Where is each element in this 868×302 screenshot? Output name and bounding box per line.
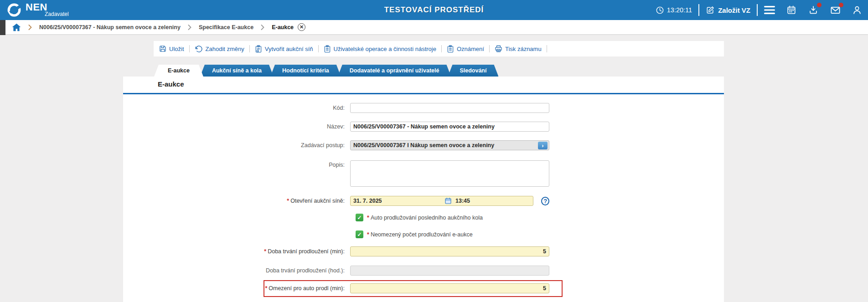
section-title: E-aukce — [158, 80, 184, 88]
edit-icon — [706, 5, 715, 15]
form-row-kod: Kód: — [123, 103, 724, 113]
home-icon — [12, 23, 21, 31]
clock-icon — [656, 6, 664, 15]
tab-e-aukce[interactable]: E-aukce — [154, 65, 203, 77]
otevreni-label: *Otevření aukční síně: — [123, 198, 350, 204]
breadcrumb-chevron-icon — [28, 25, 32, 30]
e-aukce-form-panel: E-aukce Kód: Název: Zadávací postup: N00… — [123, 77, 724, 302]
breadcrumb-item-current: E-aukce — [272, 24, 294, 31]
undo-icon — [195, 45, 203, 52]
form-row-nazev: Název: — [123, 122, 724, 132]
help-icon[interactable]: ? — [541, 197, 549, 205]
save-label: Uložit — [169, 46, 184, 52]
tab-hodnotici-kriteria[interactable]: Hodnotící kritéria — [270, 65, 341, 77]
calendar-button[interactable] — [786, 5, 797, 15]
otevreni-time-value[interactable]: 13:45 — [455, 198, 470, 204]
form-row-zadavaci-postup: Zadávací postup: N006/25/V00007367 I Nák… — [123, 140, 724, 150]
discard-changes-button[interactable]: Zahodit změny — [195, 45, 244, 52]
clipboard-gear-icon — [255, 45, 262, 53]
brand-name: NEN — [26, 1, 47, 13]
datepicker-calendar-icon[interactable] — [444, 197, 452, 205]
form-row-doba-min: *Doba trvání prodloužení (min): — [123, 246, 724, 256]
topbar-separator — [698, 4, 699, 16]
breadcrumb: N006/25/V00007367 - Nákup semen ovoce a … — [0, 20, 868, 34]
toolbar-separator — [249, 45, 250, 52]
user-profile-button[interactable] — [852, 5, 863, 15]
save-button[interactable]: Uložit — [159, 45, 184, 52]
section-title-underline — [123, 93, 724, 94]
breadcrumb-chevron-icon — [261, 25, 264, 30]
record-toolbar: Uložit Zahodit změny Vytvořit — [154, 41, 724, 56]
form-row-otevreni: *Otevření aukční síně: 31. 7. 2025 13:45 — [123, 196, 724, 206]
create-vz-button[interactable]: Založit VZ — [706, 5, 750, 15]
toolbar-separator — [441, 45, 442, 52]
notifications-label: Oznámení — [457, 46, 484, 52]
hamburger-icon — [764, 6, 775, 14]
downloads-button[interactable] — [808, 5, 819, 15]
auto-prodluzovani-checkbox[interactable]: ✓ — [356, 214, 363, 221]
breadcrumb-chevron-icon — [188, 25, 191, 30]
doba-hod-label: Doba trvání prodloužení (hod.): — [123, 267, 350, 274]
notifications-button[interactable]: Oznámení — [447, 45, 484, 53]
tab-aukcni-sine-a-kola[interactable]: Aukční síně a kola — [200, 65, 274, 77]
zadavaci-postup-value: N006/25/V00007367 I Nákup semen ovoce a … — [353, 142, 538, 148]
create-auction-hall-button[interactable]: Vytvořit aukční síň — [255, 45, 313, 53]
breadcrumb-item-procedure[interactable]: N006/25/V00007367 - Nákup semen ovoce a … — [39, 24, 181, 31]
otevreni-datetime-field[interactable]: 31. 7. 2025 13:45 — [350, 196, 533, 206]
close-icon[interactable]: ✕ — [298, 23, 305, 31]
required-asterisk: * — [264, 248, 266, 255]
clipboard-icon — [324, 45, 331, 53]
open-detail-chevron-icon[interactable]: › — [538, 142, 548, 149]
clock: 13:20:11 — [656, 6, 692, 15]
left-edge-strip — [0, 20, 5, 35]
zadavaci-postup-label: Zadávací postup: — [123, 142, 350, 148]
download-notification-badge — [817, 3, 822, 7]
brand-role: Zadavatel — [45, 11, 69, 17]
doba-min-label: *Doba trvání prodloužení (min): — [123, 248, 350, 255]
toolbar-separator — [489, 45, 490, 52]
required-asterisk: * — [287, 198, 289, 204]
current-time: 13:20:11 — [667, 6, 692, 14]
tab-dodavatele-a-opravneni[interactable]: Dodavatelé a oprávnění uživatelé — [338, 65, 451, 77]
nazev-label: Název: — [123, 123, 350, 130]
user-operations-label: Uživatelské operace a činnosti nástroje — [334, 46, 436, 52]
form-row-neomezeny-pocet: ✓ *Neomezený počet prodlužování e-aukce — [356, 230, 473, 238]
home-button[interactable] — [12, 23, 21, 31]
kod-input[interactable] — [350, 103, 549, 113]
required-asterisk: * — [265, 285, 267, 292]
print-record-label: Tisk záznamu — [505, 46, 542, 52]
create-auction-hall-label: Vytvořit aukční síň — [265, 46, 313, 52]
save-icon — [159, 45, 166, 52]
printer-icon — [495, 45, 502, 52]
nen-logo-icon — [6, 2, 22, 18]
form-row-doba-hod: Doba trvání prodloužení (hod.): — [123, 266, 724, 276]
auto-prodluzovani-label: *Auto prodlužování posledního aukčního k… — [367, 215, 483, 221]
download-icon — [808, 5, 818, 15]
neomezeny-pocet-label: *Neomezený počet prodlužování e-aukce — [367, 231, 473, 238]
toolbar-separator — [189, 45, 190, 52]
doba-min-input[interactable] — [350, 246, 549, 256]
neomezeny-pocet-checkbox[interactable]: ✓ — [356, 230, 363, 238]
toolbar-separator — [547, 45, 547, 52]
otevreni-date-value[interactable]: 31. 7. 2025 — [353, 198, 444, 204]
messages-button[interactable] — [830, 5, 841, 15]
tab-sledovani[interactable]: Sledování — [448, 65, 498, 77]
required-asterisk: * — [367, 215, 369, 221]
breadcrumb-item-specification[interactable]: Specifikace E-aukce — [199, 24, 253, 31]
environment-title: TESTOVACÍ PROSTŘEDÍ — [384, 0, 484, 20]
form-row-auto-prodluzovani: ✓ *Auto prodlužování posledního aukčního… — [356, 214, 483, 221]
nazev-input[interactable] — [350, 122, 549, 132]
detail-tabs: E-aukce Aukční síně a kola Hodnotící kri… — [154, 65, 498, 77]
topbar: NEN Zadavatel TESTOVACÍ PROSTŘEDÍ 13:20:… — [0, 0, 868, 20]
menu-button[interactable] — [764, 5, 775, 15]
mail-notification-badge — [839, 3, 843, 7]
popis-label: Popis: — [123, 160, 350, 168]
print-record-button[interactable]: Tisk záznamu — [495, 45, 542, 52]
nen-app: NEN Zadavatel TESTOVACÍ PROSTŘEDÍ 13:20:… — [0, 0, 868, 302]
popis-textarea[interactable] — [350, 160, 549, 187]
nen-logo[interactable]: NEN Zadavatel — [6, 2, 69, 18]
omezeni-label: *Omezení pro auto prodl (min): — [123, 285, 350, 292]
person-icon — [852, 5, 862, 15]
user-operations-button[interactable]: Uživatelské operace a činnosti nástroje — [324, 45, 436, 53]
omezeni-input[interactable] — [350, 283, 549, 293]
